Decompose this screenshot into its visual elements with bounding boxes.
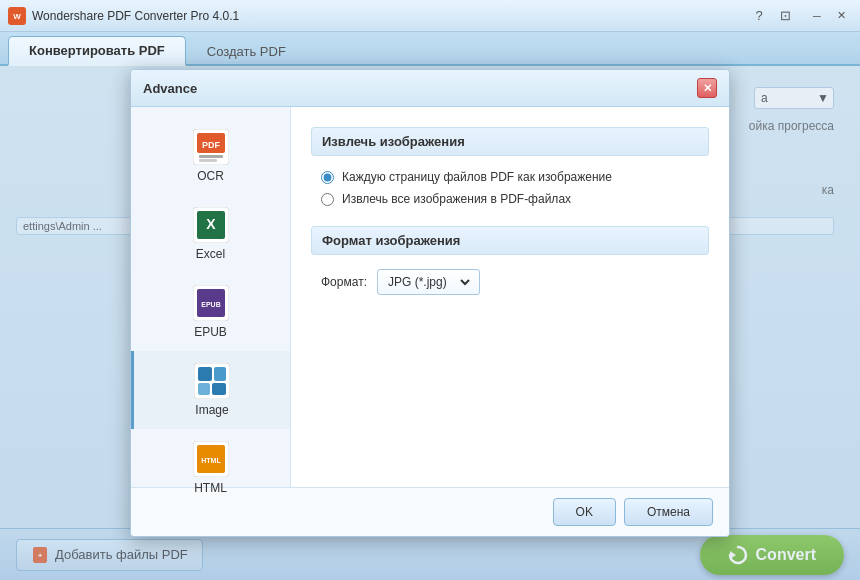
svg-rect-14: [198, 367, 212, 381]
sidebar-item-image[interactable]: Image: [131, 351, 290, 429]
dialog-title: Advance: [143, 81, 197, 96]
extract-images-title: Извлечь изображения: [311, 127, 709, 156]
image-icon: [194, 363, 230, 399]
ocr-label: OCR: [197, 169, 224, 183]
app-icon: W: [8, 7, 26, 25]
minimize-button[interactable]: ─: [806, 6, 828, 26]
excel-label: Excel: [196, 247, 225, 261]
format-dropdown[interactable]: JPG (*.jpg) PNG (*.png) BMP (*.bmp) TIFF…: [377, 269, 480, 295]
sidebar-item-excel[interactable]: X Excel: [131, 195, 290, 273]
radio1-label[interactable]: Каждую страницу файлов PDF как изображен…: [342, 170, 612, 184]
ok-button[interactable]: OK: [553, 498, 616, 526]
radio-option-1[interactable]: Каждую страницу файлов PDF как изображен…: [321, 170, 709, 184]
ocr-icon: PDF: [193, 129, 229, 165]
html-label: HTML: [194, 481, 227, 495]
format-label: Формат:: [321, 275, 367, 289]
radio-each-page[interactable]: [321, 171, 334, 184]
main-area: а ▼ ойка прогресса ка ettings\Admin ... …: [0, 66, 860, 580]
svg-rect-16: [198, 383, 210, 395]
screenshot-icon[interactable]: ⊡: [774, 6, 796, 26]
close-button[interactable]: ✕: [830, 6, 852, 26]
dialog-overlay: Advance ✕ PDF OCR: [0, 66, 860, 580]
sidebar-item-ocr[interactable]: PDF OCR: [131, 117, 290, 195]
tab-bar: Конвертировать PDF Создать PDF: [0, 32, 860, 66]
tab-convert[interactable]: Конвертировать PDF: [8, 36, 186, 66]
format-row: Формат: JPG (*.jpg) PNG (*.png) BMP (*.b…: [311, 269, 709, 295]
html-icon: HTML: [193, 441, 229, 477]
dialog-body: PDF OCR X Excel: [131, 107, 729, 487]
svg-rect-5: [199, 155, 223, 158]
format-section: Формат: JPG (*.jpg) PNG (*.png) BMP (*.b…: [311, 269, 709, 295]
svg-text:PDF: PDF: [202, 140, 221, 150]
sidebar-item-html[interactable]: HTML HTML: [131, 429, 290, 507]
radio-all-images[interactable]: [321, 193, 334, 206]
svg-text:HTML: HTML: [201, 457, 221, 464]
dialog-content: Извлечь изображения Каждую страницу файл…: [291, 107, 729, 487]
help-icon[interactable]: ?: [748, 6, 770, 26]
svg-text:X: X: [206, 216, 216, 232]
radio-option-2[interactable]: Извлечь все изображения в PDF-файлах: [321, 192, 709, 206]
format-select[interactable]: JPG (*.jpg) PNG (*.png) BMP (*.bmp) TIFF…: [384, 274, 473, 290]
tab-create[interactable]: Создать PDF: [186, 37, 307, 66]
sidebar-item-epub[interactable]: EPUB EPUB: [131, 273, 290, 351]
svg-rect-15: [214, 367, 226, 381]
cancel-button[interactable]: Отмена: [624, 498, 713, 526]
dialog-sidebar: PDF OCR X Excel: [131, 107, 291, 487]
svg-rect-6: [199, 159, 217, 162]
dialog-titlebar: Advance ✕: [131, 70, 729, 107]
svg-text:W: W: [13, 12, 21, 21]
image-format-title: Формат изображения: [311, 226, 709, 255]
app-title: Wondershare PDF Converter Pro 4.0.1: [32, 9, 748, 23]
dialog-close-button[interactable]: ✕: [697, 78, 717, 98]
advance-dialog: Advance ✕ PDF OCR: [130, 69, 730, 537]
epub-icon: EPUB: [193, 285, 229, 321]
extract-radio-group: Каждую страницу файлов PDF как изображен…: [311, 170, 709, 206]
image-label: Image: [195, 403, 228, 417]
title-bar: W Wondershare PDF Converter Pro 4.0.1 ? …: [0, 0, 860, 32]
epub-label: EPUB: [194, 325, 227, 339]
excel-icon: X: [193, 207, 229, 243]
svg-rect-17: [212, 383, 226, 395]
svg-text:EPUB: EPUB: [201, 301, 220, 308]
radio2-label[interactable]: Извлечь все изображения в PDF-файлах: [342, 192, 571, 206]
